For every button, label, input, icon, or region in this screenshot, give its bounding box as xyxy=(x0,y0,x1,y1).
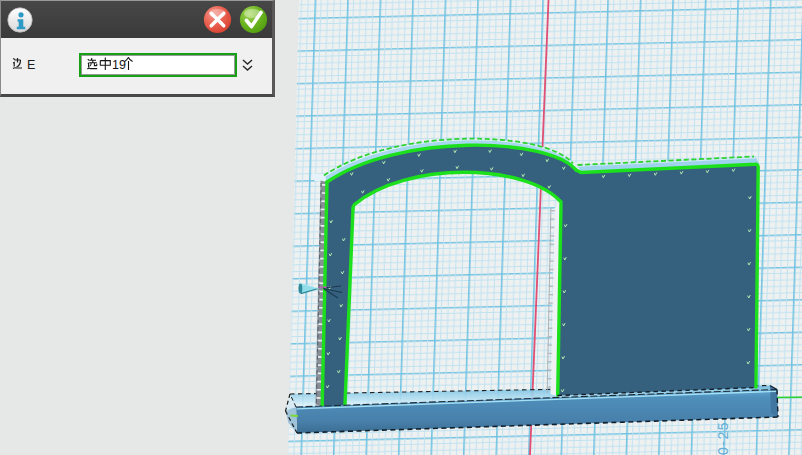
svg-text:19: 19 xyxy=(112,58,126,72)
svg-text:0-25: 0-25 xyxy=(715,421,731,455)
svg-text:E: E xyxy=(27,58,35,72)
